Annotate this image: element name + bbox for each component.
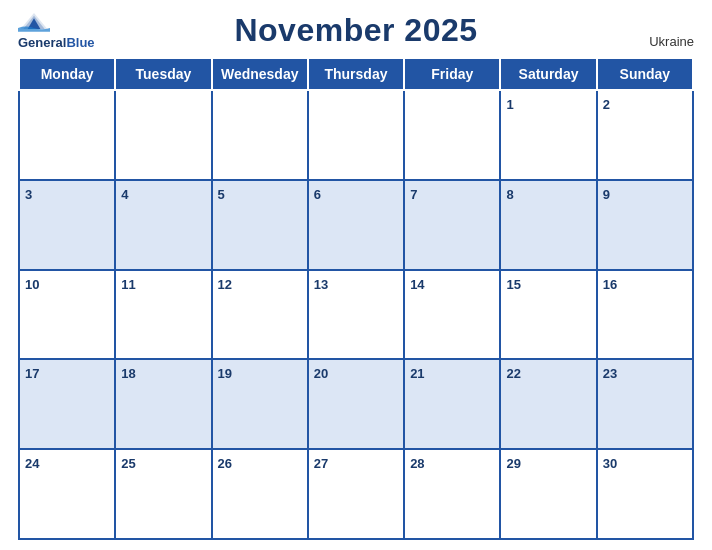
calendar-week-row: 10111213141516 xyxy=(19,270,693,360)
calendar-cell: 17 xyxy=(19,359,115,449)
day-number: 12 xyxy=(218,277,232,292)
day-number: 11 xyxy=(121,277,135,292)
calendar-table: MondayTuesdayWednesdayThursdayFridaySatu… xyxy=(18,57,694,540)
day-number: 21 xyxy=(410,366,424,381)
weekday-header-thursday: Thursday xyxy=(308,58,404,90)
day-number: 1 xyxy=(506,97,513,112)
day-number: 9 xyxy=(603,187,610,202)
day-number: 18 xyxy=(121,366,135,381)
calendar-cell: 10 xyxy=(19,270,115,360)
calendar-cell: 24 xyxy=(19,449,115,539)
day-number: 5 xyxy=(218,187,225,202)
calendar-cell: 14 xyxy=(404,270,500,360)
day-number: 7 xyxy=(410,187,417,202)
calendar-cell xyxy=(404,90,500,180)
calendar-cell: 13 xyxy=(308,270,404,360)
calendar-week-row: 24252627282930 xyxy=(19,449,693,539)
day-number: 2 xyxy=(603,97,610,112)
calendar-cell: 4 xyxy=(115,180,211,270)
calendar-cell: 23 xyxy=(597,359,693,449)
calendar-header: GeneralBlue November 2025 Ukraine xyxy=(18,10,694,53)
logo-general-text: GeneralBlue xyxy=(18,33,95,51)
calendar-cell: 6 xyxy=(308,180,404,270)
calendar-cell: 3 xyxy=(19,180,115,270)
calendar-cell: 8 xyxy=(500,180,596,270)
day-number: 22 xyxy=(506,366,520,381)
weekday-header-sunday: Sunday xyxy=(597,58,693,90)
calendar-cell: 18 xyxy=(115,359,211,449)
logo-icon xyxy=(18,10,50,32)
day-number: 8 xyxy=(506,187,513,202)
calendar-cell: 28 xyxy=(404,449,500,539)
weekday-header-row: MondayTuesdayWednesdayThursdayFridaySatu… xyxy=(19,58,693,90)
calendar-cell: 7 xyxy=(404,180,500,270)
calendar-cell: 21 xyxy=(404,359,500,449)
calendar-cell xyxy=(308,90,404,180)
day-number: 25 xyxy=(121,456,135,471)
calendar-cell xyxy=(19,90,115,180)
day-number: 29 xyxy=(506,456,520,471)
calendar-title-area: November 2025 xyxy=(108,12,604,49)
calendar-cell: 15 xyxy=(500,270,596,360)
day-number: 27 xyxy=(314,456,328,471)
logo: GeneralBlue xyxy=(18,10,108,51)
calendar-cell: 1 xyxy=(500,90,596,180)
day-number: 28 xyxy=(410,456,424,471)
day-number: 16 xyxy=(603,277,617,292)
calendar-cell: 9 xyxy=(597,180,693,270)
calendar-cell: 11 xyxy=(115,270,211,360)
day-number: 20 xyxy=(314,366,328,381)
calendar-cell: 5 xyxy=(212,180,308,270)
calendar-cell: 30 xyxy=(597,449,693,539)
day-number: 15 xyxy=(506,277,520,292)
calendar-cell: 2 xyxy=(597,90,693,180)
day-number: 13 xyxy=(314,277,328,292)
weekday-header-saturday: Saturday xyxy=(500,58,596,90)
calendar-title: November 2025 xyxy=(108,12,604,49)
day-number: 4 xyxy=(121,187,128,202)
calendar-cell: 16 xyxy=(597,270,693,360)
day-number: 24 xyxy=(25,456,39,471)
day-number: 26 xyxy=(218,456,232,471)
calendar-cell: 27 xyxy=(308,449,404,539)
calendar-week-row: 17181920212223 xyxy=(19,359,693,449)
day-number: 17 xyxy=(25,366,39,381)
calendar-week-row: 12 xyxy=(19,90,693,180)
calendar-cell: 12 xyxy=(212,270,308,360)
calendar-week-row: 3456789 xyxy=(19,180,693,270)
calendar-cell: 19 xyxy=(212,359,308,449)
weekday-header-monday: Monday xyxy=(19,58,115,90)
day-number: 19 xyxy=(218,366,232,381)
calendar-cell: 22 xyxy=(500,359,596,449)
day-number: 23 xyxy=(603,366,617,381)
day-number: 14 xyxy=(410,277,424,292)
country-label: Ukraine xyxy=(604,34,694,51)
calendar-cell: 26 xyxy=(212,449,308,539)
weekday-header-friday: Friday xyxy=(404,58,500,90)
day-number: 10 xyxy=(25,277,39,292)
day-number: 3 xyxy=(25,187,32,202)
calendar-cell: 25 xyxy=(115,449,211,539)
weekday-header-tuesday: Tuesday xyxy=(115,58,211,90)
calendar-cell: 29 xyxy=(500,449,596,539)
weekday-header-wednesday: Wednesday xyxy=(212,58,308,90)
calendar-cell xyxy=(212,90,308,180)
day-number: 6 xyxy=(314,187,321,202)
calendar-cell xyxy=(115,90,211,180)
day-number: 30 xyxy=(603,456,617,471)
calendar-cell: 20 xyxy=(308,359,404,449)
